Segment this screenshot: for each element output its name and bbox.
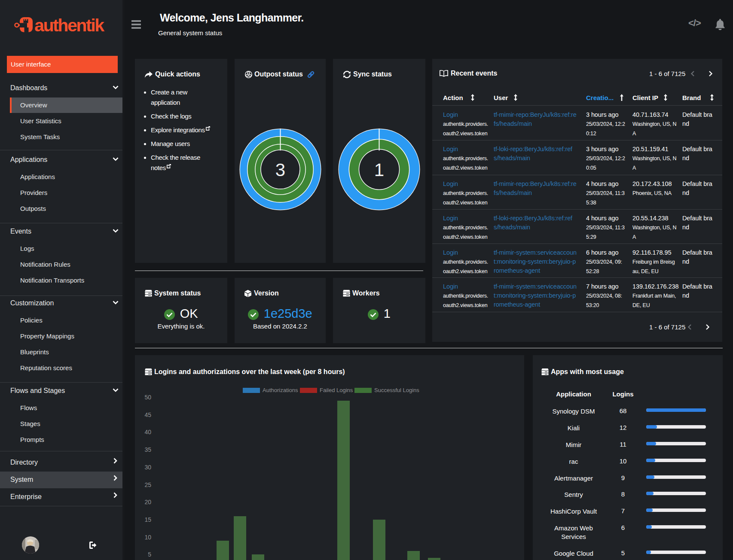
svg-text:3: 3: [275, 160, 285, 180]
svg-text:authentik: authentik: [34, 15, 104, 35]
svg-text:1: 1: [374, 160, 384, 180]
